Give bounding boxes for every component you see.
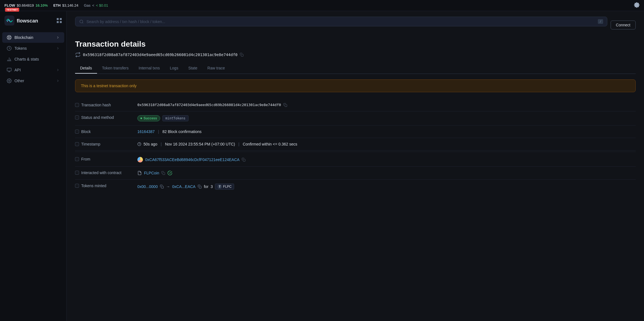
sidebar: testnet flowscan: [0, 11, 67, 321]
flow-price: $0.664819: [17, 3, 34, 7]
block-number-link[interactable]: 16164387: [137, 129, 155, 134]
tokens-to-copy-icon[interactable]: [198, 185, 202, 189]
verified-icon: [167, 170, 172, 175]
grid-icon[interactable]: [56, 18, 62, 24]
gas-price: < $0.01: [96, 3, 108, 7]
search-bar[interactable]: /: [75, 17, 607, 26]
search-slash-badge: /: [598, 19, 603, 24]
tab-details[interactable]: Details: [75, 63, 97, 74]
svg-line-9: [10, 38, 11, 39]
settings-icon[interactable]: [634, 2, 640, 9]
from-info-icon: i: [75, 157, 79, 161]
block-info-icon: i: [75, 130, 79, 134]
svg-point-21: [80, 20, 83, 23]
tx-hash-copy-icon[interactable]: [240, 53, 244, 57]
sidebar-item-api[interactable]: API: [2, 65, 64, 75]
status-detail-value: Success mintTokens: [137, 115, 636, 121]
token-t-icon: T: [217, 184, 222, 189]
flow-change: 16.10%: [36, 3, 48, 7]
logo-area: testnet flowscan: [0, 16, 66, 32]
detail-row-timestamp: i Timestamp 50s ago | Nov 16 2024 23:55:…: [75, 138, 636, 151]
detail-row-from: i From 0xCA67f533ACEeBd68946cDcfF047121e…: [75, 153, 636, 167]
contract-name-link[interactable]: FLPCoin: [144, 171, 159, 175]
token-symbol-badge: T FLPC: [215, 184, 234, 190]
sidebar-item-charts[interactable]: Charts & stats: [2, 54, 64, 64]
block-confirmations: 82 Block confirmations: [162, 129, 202, 134]
method-badge: mintTokens: [162, 115, 189, 121]
from-avatar: [137, 157, 143, 162]
eth-ticker: ETH: [53, 3, 61, 7]
timestamp-info-icon: i: [75, 142, 79, 146]
tokens-minted-label: i Tokens minted: [75, 184, 131, 188]
token-symbol: FLPC: [223, 185, 232, 189]
sidebar-item-api-label: API: [14, 68, 21, 72]
search-connect-row: / Connect: [75, 17, 636, 33]
tab-token-transfers[interactable]: Token transfers: [97, 63, 134, 74]
svg-rect-27: [163, 172, 165, 175]
tx-hash-header: 0x596318f2d08a87af872403d4e9aeed65cd69b2…: [75, 52, 636, 57]
from-detail-value: 0xCA67f533ACEeBd68946cDcfF047121eeE124EA…: [137, 157, 636, 162]
testnet-badge: testnet: [5, 8, 19, 12]
logo-icon: [4, 16, 14, 26]
other-chevron-icon: [56, 79, 60, 83]
from-address-link[interactable]: 0xCA67f533ACEeBd68946cDcfF047121eeE124EA…: [145, 157, 239, 162]
tab-internal-txns[interactable]: Internal txns: [134, 63, 165, 74]
status-dot: [140, 117, 142, 119]
tx-hash-label: i Transaction hash: [75, 103, 131, 107]
search-input[interactable]: [86, 19, 595, 24]
swap-icon: [75, 52, 81, 57]
sidebar-item-charts-label: Charts & stats: [14, 57, 39, 61]
blockchain-chevron-icon: [56, 36, 60, 39]
logo-wrap: testnet flowscan: [4, 16, 38, 26]
connect-button[interactable]: Connect: [611, 21, 636, 29]
timestamp-absolute: Nov 16 2024 23:55:54 PM (+07:00 UTC): [165, 142, 235, 146]
sidebar-item-tokens[interactable]: Tokens: [2, 43, 64, 54]
api-chevron-icon: [56, 68, 60, 72]
warning-banner: This is a testnet transaction only: [75, 79, 636, 92]
contract-copy-icon[interactable]: [161, 171, 165, 175]
svg-line-11: [8, 38, 9, 39]
eth-price: $3,146.24: [62, 3, 78, 7]
tab-logs[interactable]: Logs: [165, 63, 183, 74]
sidebar-nav: Blockchain Tokens: [0, 32, 66, 86]
tab-state[interactable]: State: [183, 63, 202, 74]
tokens-chevron-icon: [56, 46, 60, 50]
tokens-minted-detail-value: 0x00...0000 → 0xCA...EACA for 3 T: [137, 184, 636, 190]
svg-rect-5: [60, 21, 62, 23]
timestamp-detail-value: 50s ago | Nov 16 2024 23:55:54 PM (+07:0…: [137, 142, 636, 146]
tokens-from-copy-icon[interactable]: [160, 185, 164, 189]
timestamp-label: i Timestamp: [75, 142, 131, 146]
sidebar-item-other[interactable]: Other: [2, 76, 64, 86]
tab-raw-trace[interactable]: Raw trace: [202, 63, 230, 74]
sidebar-item-tokens-label: Tokens: [14, 46, 27, 51]
svg-rect-2: [57, 18, 59, 20]
contract-info-icon: i: [75, 171, 79, 175]
sidebar-item-other-label: Other: [14, 79, 24, 83]
gas-label: Gas: [84, 3, 91, 7]
svg-line-22: [82, 22, 83, 23]
svg-rect-4: [57, 21, 59, 23]
gas-price-item: Gas < < $0.01: [84, 3, 108, 7]
logo-text: flowscan: [17, 18, 38, 24]
flow-price-item: FLOW $0.664819 16.10%: [4, 3, 48, 7]
status-label: i Status and method: [75, 115, 131, 120]
detail-row-tx-hash: i Transaction hash 0x596318f2d08a87af872…: [75, 99, 636, 111]
search-icon: [79, 19, 84, 24]
tx-hash-detail-hash: 0x596318f2d08a87af872403d4e9aeed65cd69b2…: [137, 103, 281, 107]
tokens-to-addr[interactable]: 0xCA...EACA: [172, 184, 195, 189]
app-layout: testnet flowscan: [0, 11, 644, 321]
clock-icon: [137, 142, 141, 146]
svg-line-8: [8, 36, 9, 37]
status-success-badge: Success: [137, 115, 160, 121]
svg-rect-26: [243, 159, 246, 161]
detail-row-contract: i Interacted with contract FLPCoin: [75, 167, 636, 180]
tx-hash-detail-copy-icon[interactable]: [283, 103, 287, 107]
tabs: Details Token transfers Internal txns Lo…: [75, 63, 636, 74]
main-content: / Connect Transaction details 0x596318f2…: [67, 11, 644, 321]
warning-text: This is a testnet transaction only: [81, 84, 137, 88]
tokens-from-addr[interactable]: 0x00...0000: [137, 184, 158, 189]
from-copy-icon[interactable]: [242, 158, 246, 162]
sidebar-item-blockchain[interactable]: Blockchain: [2, 32, 64, 43]
svg-point-7: [8, 37, 10, 38]
status-info-icon: i: [75, 116, 79, 119]
